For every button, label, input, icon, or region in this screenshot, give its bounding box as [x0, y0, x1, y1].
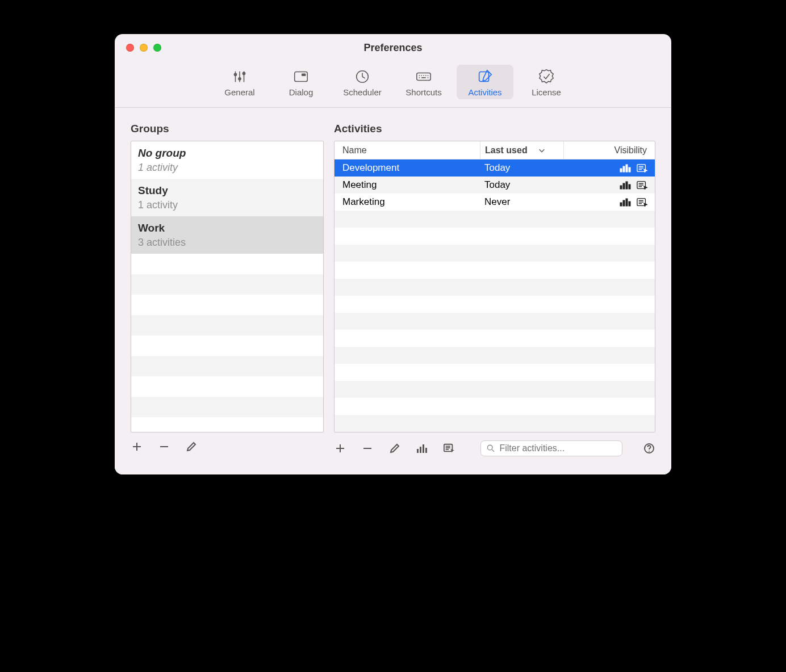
remove-group-button[interactable]	[158, 440, 170, 453]
svg-rect-40	[620, 203, 622, 206]
activities-footer	[334, 432, 655, 463]
list-cursor-icon	[444, 443, 455, 454]
edit-activity-button[interactable]	[388, 442, 401, 455]
tab-label: License	[532, 87, 561, 97]
activity-name: Development	[335, 162, 480, 174]
edit-group-button[interactable]	[185, 440, 198, 453]
activity-row-marketing[interactable]: Marketing Never	[335, 194, 655, 211]
plus-icon	[335, 443, 346, 454]
chevron-down-icon	[538, 146, 546, 154]
tab-scheduler[interactable]: Scheduler	[334, 65, 391, 99]
activities-empty-rows	[335, 211, 655, 432]
tab-label: Dialog	[289, 87, 313, 97]
group-subtitle: 3 activities	[138, 236, 316, 249]
activity-last-used: Today	[480, 162, 564, 174]
groups-list[interactable]: No group 1 activity Study 1 activity Wor…	[131, 141, 324, 432]
group-subtitle: 1 activity	[138, 198, 316, 212]
tab-shortcuts[interactable]: Shortcuts	[395, 65, 452, 99]
filter-input[interactable]	[499, 443, 616, 453]
preferences-window: Preferences General Dialog Scheduler Sho…	[115, 34, 671, 474]
filter-activities-field[interactable]	[480, 440, 622, 456]
tab-label: Activities	[468, 87, 501, 97]
svg-point-15	[425, 75, 427, 76]
activities-table[interactable]: Name Last used Visibility Development To…	[334, 141, 655, 432]
svg-point-59	[487, 445, 492, 450]
column-name[interactable]: Name	[335, 145, 480, 156]
column-last-used[interactable]: Last used	[480, 141, 564, 159]
minimize-window-button[interactable]	[140, 44, 148, 52]
svg-rect-27	[629, 167, 630, 172]
activities-body: Development Today Meeting Today	[335, 159, 655, 211]
groups-panel: Groups No group 1 activity Study 1 activ…	[131, 123, 324, 463]
dialog-icon	[292, 68, 310, 85]
chart-icon	[416, 443, 428, 454]
svg-rect-25	[623, 166, 625, 172]
activity-last-used: Never	[480, 196, 564, 208]
activity-row-meeting[interactable]: Meeting Today	[335, 177, 655, 194]
column-last-used-label: Last used	[485, 145, 528, 156]
svg-rect-26	[626, 165, 628, 172]
chart-visibility-button[interactable]	[416, 442, 428, 455]
svg-point-19	[428, 77, 429, 78]
remove-activity-button[interactable]	[361, 442, 374, 455]
chart-icon[interactable]	[620, 163, 631, 173]
tab-label: Shortcuts	[405, 87, 441, 97]
svg-rect-54	[425, 448, 427, 453]
clock-icon	[354, 68, 371, 85]
svg-line-10	[362, 77, 365, 78]
pencil-icon	[186, 441, 197, 452]
activity-visibility	[564, 163, 655, 173]
svg-rect-6	[295, 72, 308, 82]
group-row-no-group[interactable]: No group 1 activity	[131, 141, 323, 179]
list-cursor-icon[interactable]	[637, 180, 648, 190]
svg-point-14	[423, 75, 424, 76]
activity-visibility	[564, 198, 655, 207]
activities-header: Name Last used Visibility	[335, 141, 655, 159]
svg-rect-32	[620, 186, 622, 189]
list-cursor-icon[interactable]	[637, 198, 648, 207]
svg-line-60	[492, 450, 494, 452]
group-row-work[interactable]: Work 3 activities	[131, 216, 323, 254]
svg-point-13	[421, 75, 422, 76]
svg-point-5	[243, 72, 245, 74]
groups-empty-rows	[131, 254, 323, 417]
search-icon	[487, 444, 495, 453]
activity-visibility	[564, 180, 655, 190]
tab-label: General	[224, 87, 254, 97]
chart-icon[interactable]	[620, 198, 631, 207]
tab-general[interactable]: General	[211, 65, 268, 99]
keyboard-icon	[415, 68, 432, 85]
svg-rect-34	[626, 182, 628, 189]
list-visibility-button[interactable]	[443, 442, 455, 455]
tab-license[interactable]: License	[518, 65, 575, 99]
titlebar: Preferences	[115, 34, 671, 61]
group-row-study[interactable]: Study 1 activity	[131, 179, 323, 216]
activity-row-development[interactable]: Development Today	[335, 159, 655, 177]
activity-last-used: Today	[480, 179, 564, 191]
help-button[interactable]	[643, 442, 655, 455]
groups-footer	[131, 432, 324, 460]
svg-rect-52	[420, 447, 421, 453]
close-window-button[interactable]	[126, 44, 134, 52]
zoom-window-button[interactable]	[153, 44, 161, 52]
minus-icon	[362, 443, 373, 454]
window-title: Preferences	[115, 42, 671, 54]
chart-icon[interactable]	[620, 180, 631, 190]
add-activity-button[interactable]	[334, 442, 346, 455]
svg-point-3	[234, 73, 236, 75]
tab-dialog[interactable]: Dialog	[273, 65, 329, 99]
activities-title: Activities	[334, 123, 655, 135]
svg-point-17	[419, 77, 420, 78]
add-group-button[interactable]	[131, 440, 143, 453]
svg-rect-35	[629, 184, 630, 189]
svg-rect-42	[626, 199, 628, 206]
list-cursor-icon[interactable]	[637, 163, 648, 173]
minus-icon	[158, 441, 170, 452]
tab-activities[interactable]: Activities	[457, 65, 513, 99]
tab-label: Scheduler	[343, 87, 382, 97]
svg-rect-43	[629, 201, 630, 206]
group-subtitle: 1 activity	[138, 161, 316, 174]
column-visibility[interactable]: Visibility	[564, 145, 655, 156]
activity-name: Meeting	[335, 179, 480, 191]
svg-rect-11	[417, 73, 430, 80]
